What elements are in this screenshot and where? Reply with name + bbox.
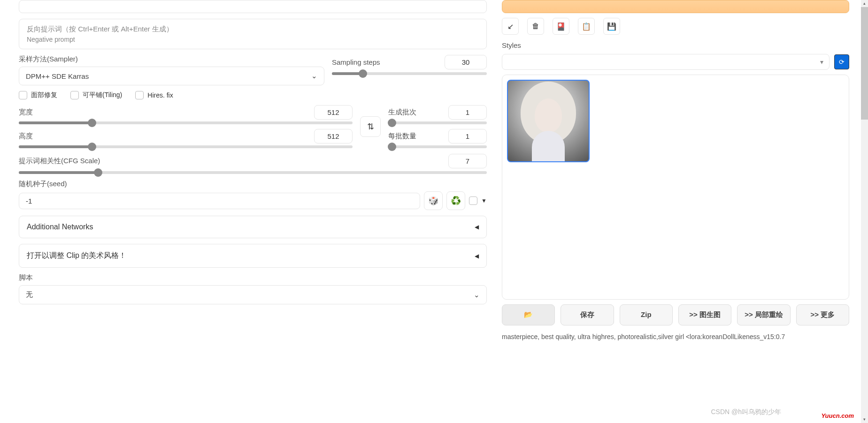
batch-count-value[interactable]: 1 — [448, 105, 487, 120]
inpaint-button[interactable]: >> 局部重绘 — [737, 304, 790, 325]
chevron-down-icon: ⌄ — [474, 291, 480, 299]
width-slider[interactable] — [19, 121, 353, 124]
clipboard-button[interactable]: 📋 — [578, 18, 595, 35]
negative-prompt-box[interactable]: 反向提示词（按 Ctrl+Enter 或 Alt+Enter 生成） Negat… — [19, 19, 487, 49]
random-seed-button[interactable]: 🎲 — [424, 191, 443, 210]
chevron-down-icon: ▾ — [820, 58, 823, 66]
extra-seed-checkbox[interactable] — [469, 196, 477, 205]
sampler-select[interactable]: DPM++ SDE Karras ⌄ — [19, 67, 324, 85]
arrow-tool-button[interactable]: ↙ — [502, 18, 519, 35]
height-slider[interactable] — [19, 145, 353, 148]
styles-select[interactable]: ▾ — [502, 54, 830, 70]
output-prompt-text: masterpiece, best quality, ultra highres… — [502, 333, 849, 340]
clip-style-accordion[interactable]: 打开以调整 Clip 的美术风格！ ◀ — [19, 244, 487, 268]
hires-fix-checkbox[interactable]: Hires. fix — [135, 91, 173, 99]
trash-icon: 🗑 — [532, 22, 539, 30]
seed-label: 随机种子(seed) — [19, 180, 487, 189]
card-icon: 🎴 — [556, 22, 566, 31]
batch-size-value[interactable]: 1 — [448, 129, 487, 144]
batch-count-slider[interactable] — [388, 121, 487, 124]
neg-placeholder-en: Negative prompt — [27, 36, 479, 43]
sampler-label: 采样方法(Sampler) — [19, 55, 324, 64]
refresh-styles-button[interactable]: ⟳ — [834, 54, 849, 69]
scroll-thumb[interactable] — [861, 7, 868, 120]
prompt-box[interactable] — [19, 0, 487, 13]
script-label: 脚本 — [19, 273, 487, 282]
cfg-label: 提示词相关性(CFG Scale) — [19, 157, 443, 166]
vertical-scrollbar[interactable]: ▴ ▾ — [861, 0, 868, 340]
chevron-down-icon: ⌄ — [311, 72, 317, 80]
card-button[interactable]: 🎴 — [553, 18, 569, 35]
seed-expand-icon[interactable]: ▼ — [481, 197, 487, 204]
cfg-value[interactable]: 7 — [448, 154, 487, 168]
height-value[interactable]: 512 — [314, 129, 353, 144]
swap-dimensions-button[interactable]: ⇅ — [360, 116, 381, 137]
triangle-left-icon: ◀ — [475, 224, 479, 230]
sampler-value: DPM++ SDE Karras — [26, 72, 89, 80]
cfg-slider[interactable] — [19, 171, 487, 174]
scroll-up-icon[interactable]: ▴ — [861, 0, 868, 7]
dice-icon: 🎲 — [428, 196, 438, 206]
save-floppy-button[interactable]: 💾 — [603, 18, 620, 35]
reuse-seed-button[interactable]: ♻️ — [446, 191, 465, 210]
seed-input[interactable]: -1 — [19, 193, 420, 209]
floppy-icon: 💾 — [607, 22, 616, 31]
steps-label: Sampling steps — [332, 58, 439, 66]
zip-button[interactable]: Zip — [620, 304, 673, 325]
save-button[interactable]: 保存 — [561, 304, 614, 325]
img2img-button[interactable]: >> 图生图 — [678, 304, 731, 325]
height-label: 高度 — [19, 132, 308, 141]
additional-networks-accordion[interactable]: Additional Networks ◀ — [19, 216, 487, 238]
more-button[interactable]: >> 更多 — [796, 304, 849, 325]
face-restore-checkbox[interactable]: 面部修复 — [19, 91, 57, 99]
steps-value[interactable]: 30 — [445, 55, 487, 69]
recycle-icon: ♻️ — [451, 196, 461, 206]
batch-size-slider[interactable] — [388, 145, 487, 148]
arrow-icon: ↙ — [507, 22, 514, 31]
batch-size-label: 每批数量 — [388, 132, 443, 141]
triangle-left-icon: ◀ — [475, 253, 479, 259]
batch-count-label: 生成批次 — [388, 108, 443, 117]
trash-button[interactable]: 🗑 — [527, 18, 544, 35]
steps-slider[interactable] — [332, 72, 487, 75]
neg-placeholder-cn: 反向提示词（按 Ctrl+Enter 或 Alt+Enter 生成） — [27, 25, 479, 34]
clipboard-icon: 📋 — [582, 22, 591, 31]
refresh-icon: ⟳ — [839, 58, 845, 66]
open-folder-button[interactable]: 📂 — [502, 304, 555, 325]
width-value[interactable]: 512 — [314, 105, 353, 120]
tiling-checkbox[interactable]: 可平铺(Tiling) — [70, 91, 122, 99]
output-gallery[interactable] — [502, 75, 849, 300]
output-image-thumb[interactable] — [507, 80, 590, 162]
width-label: 宽度 — [19, 108, 308, 117]
styles-label: Styles — [502, 41, 849, 49]
script-select[interactable]: 无 ⌄ — [19, 285, 487, 304]
generate-button[interactable] — [502, 0, 849, 13]
